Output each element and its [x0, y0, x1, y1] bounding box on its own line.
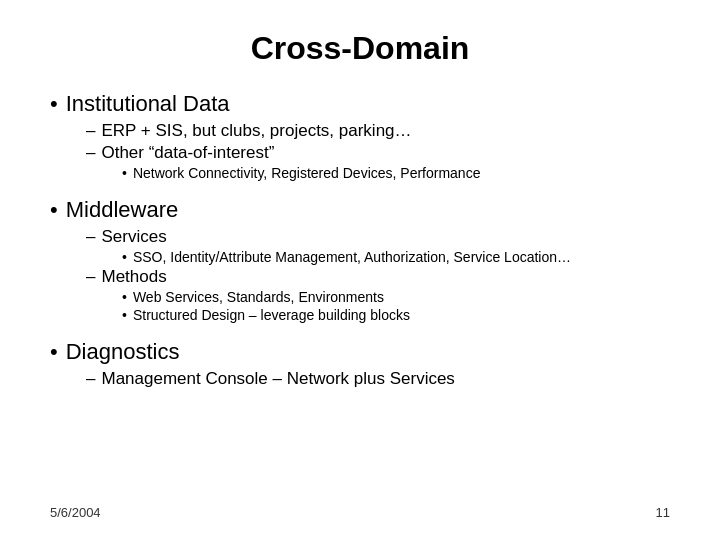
other-text: Other “data-of-interest” [101, 143, 274, 163]
slide-footer: 5/6/2004 11 [50, 495, 670, 520]
bullet-marker: • [50, 197, 58, 223]
bullet-l1-diagnostics: • Diagnostics [50, 339, 670, 365]
section-middleware: • Middleware – Services • SSO, Identity/… [50, 197, 670, 325]
bullet-l3-webservices: • Web Services, Standards, Environments [122, 289, 670, 305]
institutional-data-label: Institutional Data [66, 91, 230, 117]
middleware-label: Middleware [66, 197, 179, 223]
management-text: Management Console – Network plus Servic… [101, 369, 454, 389]
structured-text: Structured Design – leverage building bl… [133, 307, 410, 323]
bullet-marker-sm: • [122, 249, 127, 265]
bullet-l1-institutional: • Institutional Data [50, 91, 670, 117]
bullet-l2-other: – Other “data-of-interest” [86, 143, 670, 163]
methods-text: Methods [101, 267, 166, 287]
webservices-text: Web Services, Standards, Environments [133, 289, 384, 305]
bullet-marker: • [50, 91, 58, 117]
bullet-l3-network: • Network Connectivity, Registered Devic… [122, 165, 670, 181]
footer-date: 5/6/2004 [50, 505, 101, 520]
bullet-l3-sso: • SSO, Identity/Attribute Management, Au… [122, 249, 670, 265]
sso-text: SSO, Identity/Attribute Management, Auth… [133, 249, 571, 265]
erp-text: ERP + SIS, but clubs, projects, parking… [101, 121, 411, 141]
slide: Cross-Domain • Institutional Data – ERP … [0, 0, 720, 540]
services-text: Services [101, 227, 166, 247]
dash-marker: – [86, 143, 95, 163]
bullet-marker: • [50, 339, 58, 365]
bullet-l3-structured: • Structured Design – leverage building … [122, 307, 670, 323]
footer-page: 11 [656, 505, 670, 520]
dash-marker: – [86, 121, 95, 141]
bullet-marker-sm: • [122, 307, 127, 323]
bullet-l2-services: – Services [86, 227, 670, 247]
section-diagnostics: • Diagnostics – Management Console – Net… [50, 339, 670, 391]
bullet-marker-sm: • [122, 289, 127, 305]
slide-title: Cross-Domain [50, 30, 670, 67]
section-institutional-data: • Institutional Data – ERP + SIS, but cl… [50, 91, 670, 183]
slide-content: • Institutional Data – ERP + SIS, but cl… [50, 91, 670, 495]
network-text: Network Connectivity, Registered Devices… [133, 165, 481, 181]
bullet-l2-erp: – ERP + SIS, but clubs, projects, parkin… [86, 121, 670, 141]
bullet-l1-middleware: • Middleware [50, 197, 670, 223]
dash-marker: – [86, 227, 95, 247]
diagnostics-label: Diagnostics [66, 339, 180, 365]
bullet-l2-management: – Management Console – Network plus Serv… [86, 369, 670, 389]
dash-marker: – [86, 369, 95, 389]
bullet-marker-sm: • [122, 165, 127, 181]
bullet-l2-methods: – Methods [86, 267, 670, 287]
dash-marker: – [86, 267, 95, 287]
